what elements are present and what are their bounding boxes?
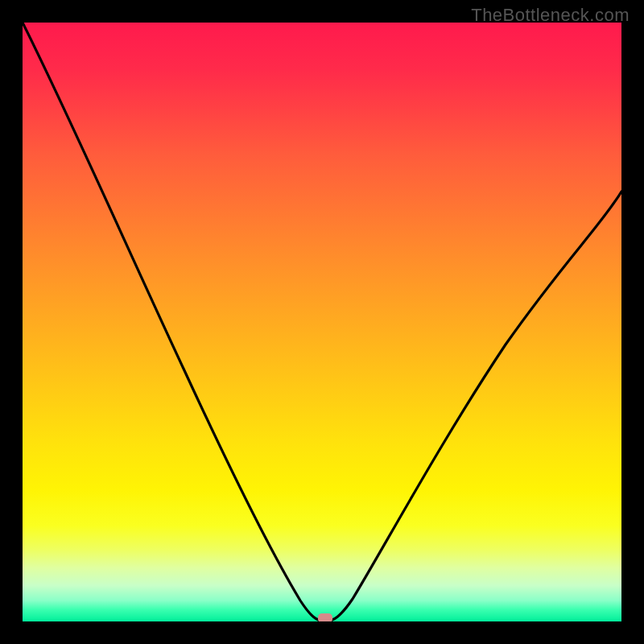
curve-svg bbox=[23, 23, 621, 621]
bottleneck-curve-path bbox=[23, 23, 621, 621]
plot-area bbox=[23, 23, 621, 621]
watermark-text: TheBottleneck.com bbox=[471, 5, 630, 26]
optimal-point-marker bbox=[318, 613, 332, 621]
